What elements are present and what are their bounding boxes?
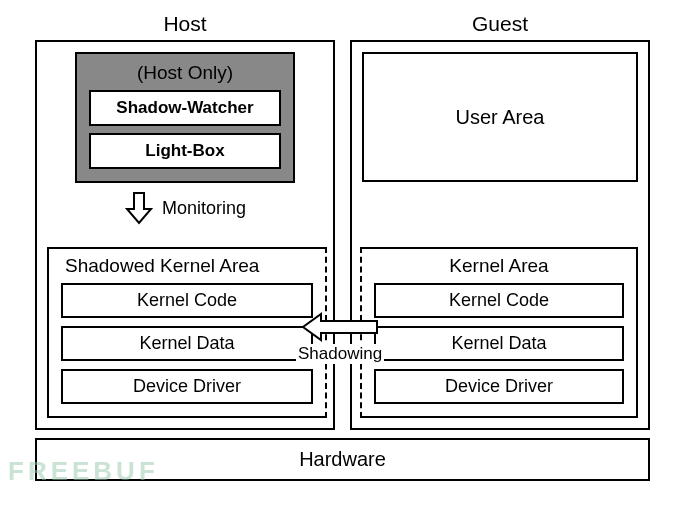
guest-outer-box: User Area Kernel Area Kernel Code Kernel… xyxy=(350,40,650,430)
guest-kernel-data: Kernel Data xyxy=(374,326,624,361)
user-area-box: User Area xyxy=(362,52,638,182)
light-box-box: Light-Box xyxy=(89,133,281,169)
guest-title: Guest xyxy=(350,12,650,36)
guest-kernel-code: Kernel Code xyxy=(374,283,624,318)
monitoring-arrow-wrap: Monitoring xyxy=(47,191,323,225)
columns-wrap: Host (Host Only) Shadow-Watcher Light-Bo… xyxy=(35,12,655,430)
host-kernel-data: Kernel Data xyxy=(61,326,313,361)
host-only-box: (Host Only) Shadow-Watcher Light-Box xyxy=(75,52,295,183)
arrow-down-icon xyxy=(124,191,154,225)
host-only-title: (Host Only) xyxy=(89,62,281,84)
guest-kernel-area: Kernel Area Kernel Code Kernel Data Devi… xyxy=(360,247,638,418)
host-outer-box: (Host Only) Shadow-Watcher Light-Box Mon… xyxy=(35,40,335,430)
host-kernel-code: Kernel Code xyxy=(61,283,313,318)
user-area-label: User Area xyxy=(456,106,545,129)
guest-kernel-title: Kernel Area xyxy=(374,255,624,277)
guest-column: Guest User Area Kernel Area Kernel Code … xyxy=(350,12,650,430)
shadowed-kernel-area: Shadowed Kernel Area Kernel Code Kernel … xyxy=(47,247,327,418)
shadowing-label: Shadowing xyxy=(296,344,384,364)
shadowing-arrow-wrap: Shadowing xyxy=(296,312,384,364)
monitoring-label: Monitoring xyxy=(162,198,246,219)
host-title: Host xyxy=(35,12,335,36)
guest-device-driver: Device Driver xyxy=(374,369,624,404)
shadowed-kernel-title: Shadowed Kernel Area xyxy=(61,255,313,277)
host-column: Host (Host Only) Shadow-Watcher Light-Bo… xyxy=(35,12,335,430)
host-device-driver: Device Driver xyxy=(61,369,313,404)
shadow-watcher-box: Shadow-Watcher xyxy=(89,90,281,126)
arrow-left-icon xyxy=(296,312,384,342)
watermark-text: FREEBUF xyxy=(8,456,159,487)
